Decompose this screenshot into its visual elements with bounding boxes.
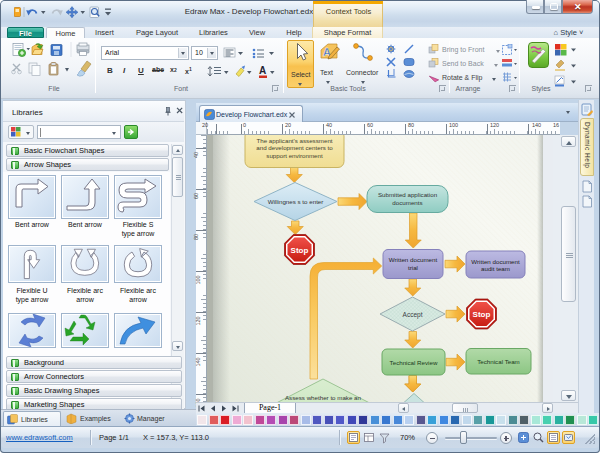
svg-text:The applicant's assessment: The applicant's assessment bbox=[256, 137, 332, 144]
svg-text:Technical Review: Technical Review bbox=[390, 359, 438, 366]
svg-text:A: A bbox=[259, 65, 266, 76]
svg-text:support environment: support environment bbox=[266, 152, 323, 159]
svg-text:Technical Team: Technical Team bbox=[477, 358, 520, 365]
svg-text:trial: trial bbox=[408, 264, 418, 271]
svg-text:Written document: Written document bbox=[471, 258, 520, 265]
svg-text:Written document: Written document bbox=[389, 256, 438, 263]
svg-text:Assess whether to make an: Assess whether to make an bbox=[285, 394, 362, 401]
svg-text:audit team: audit team bbox=[481, 265, 510, 272]
svg-text:Stop: Stop bbox=[291, 246, 309, 255]
svg-text:Willingnes s to enter: Willingnes s to enter bbox=[268, 198, 324, 205]
svg-text:documents: documents bbox=[392, 199, 422, 206]
svg-text:Submitted application: Submitted application bbox=[378, 191, 438, 198]
svg-text:Stop: Stop bbox=[473, 310, 491, 319]
svg-text:Accept: Accept bbox=[403, 311, 423, 319]
svg-text:and development centers to: and development centers to bbox=[256, 144, 333, 151]
